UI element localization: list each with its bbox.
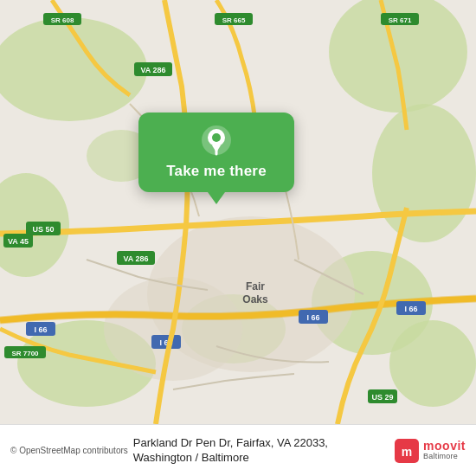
svg-text:US 29: US 29: [371, 393, 393, 402]
svg-text:SR 7700: SR 7700: [11, 350, 39, 357]
svg-text:VA 286: VA 286: [140, 66, 165, 74]
map-container: I 66 I 66 I 66 I 66 VA 286 VA 286 US 50 …: [0, 0, 476, 424]
svg-text:SR 671: SR 671: [389, 16, 412, 24]
moovit-logo: m moovit Baltimore: [395, 439, 466, 463]
map-pin-icon: [201, 125, 232, 156]
svg-text:VA 286: VA 286: [123, 254, 148, 263]
moovit-text: moovit Baltimore: [423, 440, 466, 461]
svg-text:I 66: I 66: [34, 325, 47, 334]
take-me-there-button[interactable]: Take me there: [166, 163, 267, 180]
svg-point-42: [212, 133, 221, 142]
svg-point-3: [372, 104, 476, 242]
svg-text:Fair: Fair: [246, 280, 265, 293]
svg-text:Oaks: Oaks: [242, 293, 268, 306]
openstreetmap-credit: © OpenStreetMap contributors: [10, 446, 128, 455]
moovit-name: moovit: [423, 440, 466, 453]
svg-text:I 66: I 66: [306, 313, 319, 322]
moovit-subtitle: Baltimore: [423, 453, 466, 461]
address-text: Parkland Dr Pen Dr, Fairfax, VA 22033, W…: [133, 436, 388, 466]
svg-text:I 66: I 66: [404, 305, 417, 313]
bottom-bar: © OpenStreetMap contributors Parkland Dr…: [0, 424, 476, 476]
svg-text:SR 608: SR 608: [51, 16, 74, 24]
svg-text:VA 45: VA 45: [8, 237, 29, 246]
map-background: I 66 I 66 I 66 I 66 VA 286 VA 286 US 50 …: [0, 0, 476, 424]
svg-text:US 50: US 50: [32, 225, 54, 234]
svg-text:m: m: [402, 445, 412, 459]
svg-point-6: [389, 320, 476, 407]
svg-text:SR 665: SR 665: [222, 16, 246, 24]
moovit-icon: m: [395, 439, 419, 463]
map-popup[interactable]: Take me there: [138, 113, 294, 192]
